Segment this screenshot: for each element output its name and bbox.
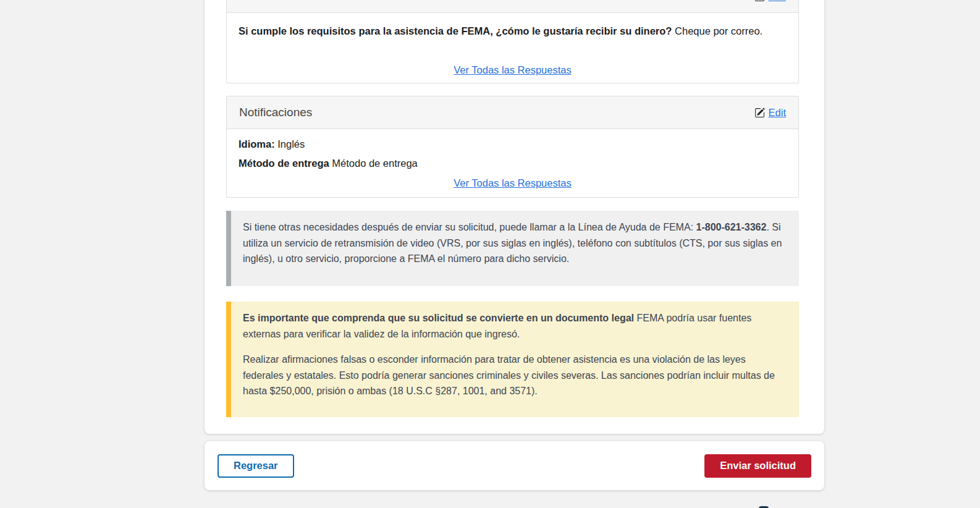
helpline-callout: Si tiene otras necesidades después de en…	[226, 211, 799, 286]
back-button[interactable]: Regresar	[218, 454, 294, 478]
delivery-value: Método de entrega	[329, 158, 418, 169]
edit-notifications-link[interactable]: Edit	[754, 107, 786, 119]
legal-paragraph-2: Realizar afirmaciones falsas o esconder …	[243, 352, 787, 399]
action-bar: Regresar Enviar solicitud	[205, 441, 824, 490]
banking-question: Si cumple los requisitos para la asisten…	[239, 25, 672, 36]
notifications-view-all-link[interactable]: Ver Todas las Respuestas	[454, 177, 571, 188]
application-review-page: Información bancaria Edit Si cumple los …	[0, 0, 980, 508]
language-value: Inglés	[275, 138, 305, 150]
banking-question-line: Si cumple los requisitos para la asisten…	[239, 23, 787, 39]
banking-answer: Cheque por correo.	[672, 25, 762, 36]
delivery-label: Método de entrega	[239, 158, 329, 169]
edit-notifications-label: Edit	[769, 107, 786, 119]
card-banking-body: Si cumple los requisitos para la asisten…	[227, 13, 798, 76]
legal-p1-bold: Es importante que comprenda que su solic…	[243, 313, 634, 323]
edit-banking-link[interactable]: Edit	[754, 0, 786, 2]
card-banking-title: Información bancaria	[239, 0, 348, 3]
card-banking-header: Información bancaria Edit	[227, 0, 798, 13]
notifications-language-row: Idioma: Inglés	[239, 137, 787, 152]
language-label: Idioma:	[239, 138, 275, 150]
notifications-view-all: Ver Todas las Respuestas	[239, 177, 787, 189]
card-notifications-body: Idioma: Inglés Método de entrega Método …	[227, 129, 798, 189]
notifications-delivery-row: Método de entrega Método de entrega	[239, 156, 787, 171]
card-notifications-header: Notificaciones Edit	[227, 96, 798, 129]
card-notifications-title: Notificaciones	[239, 106, 312, 119]
helpline-text: Si tiene otras necesidades después de en…	[243, 219, 787, 267]
edit-icon	[754, 0, 765, 2]
banking-view-all: Ver Todas las Respuestas	[239, 64, 787, 76]
helpline-before: Si tiene otras necesidades después de en…	[243, 222, 696, 232]
card-notifications: Notificaciones Edit Idioma: Inglés Métod…	[226, 96, 799, 198]
legal-paragraph-1: Es importante que comprenda que su solic…	[243, 310, 787, 342]
submit-application-button[interactable]: Enviar solicitud	[704, 454, 811, 478]
legal-warning-callout: Es importante que comprenda que su solic…	[226, 302, 799, 417]
edit-icon	[754, 108, 765, 118]
card-banking-info: Información bancaria Edit Si cumple los …	[226, 0, 799, 83]
helpline-phone: 1-800-621-3362	[696, 222, 767, 232]
edit-banking-label: Edit	[769, 0, 786, 2]
banking-view-all-link[interactable]: Ver Todas las Respuestas	[454, 64, 571, 75]
